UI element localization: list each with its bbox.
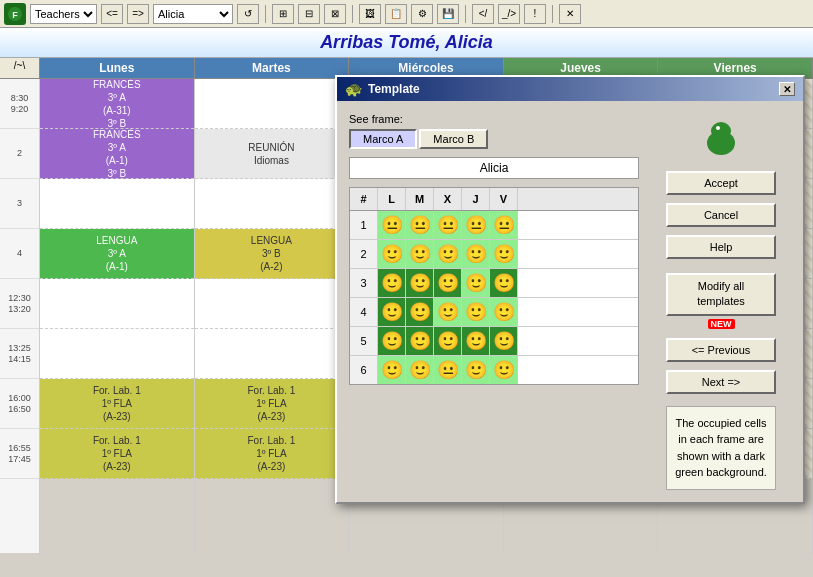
martes-slot-5	[195, 279, 349, 329]
grid-header-J: J	[462, 188, 490, 210]
category-select[interactable]: Teachers	[30, 4, 97, 24]
dialog-titlebar: 🐢 Template ✕	[337, 77, 803, 101]
slot-col-header: /~\	[0, 58, 40, 78]
lunes-slot-4[interactable]: LENGUA3º A(A-1)	[40, 229, 194, 279]
icon1-button[interactable]: 🖼	[359, 4, 381, 24]
dialog-icon	[696, 113, 746, 163]
dialog-right-panel: Accept Cancel Help Modify alltemplates N…	[651, 113, 791, 490]
lte-button[interactable]: <=	[101, 4, 123, 24]
grid-cell-5-L[interactable]: 🙂	[378, 327, 406, 355]
dialog-close-button[interactable]: ✕	[779, 82, 795, 96]
grid-header-hash: #	[350, 188, 378, 210]
lunes-slot-1[interactable]: FRANCÉS3º A(A-31)3º B	[40, 79, 194, 129]
lunes-slot-6	[40, 329, 194, 379]
grid-rownum-5: 5	[350, 327, 378, 355]
grid-row-5: 5 🙂 🙂 🙂 🙂 🙂	[350, 327, 638, 356]
person-select[interactable]: Alicia	[153, 4, 233, 24]
grid-cell-6-X[interactable]: 😐	[434, 356, 462, 384]
separator	[265, 5, 266, 23]
template-grid: # L M X J V 1 😐 😐 😐 😐 😐	[349, 187, 639, 385]
grid-cell-2-X[interactable]: 🙂	[434, 240, 462, 268]
grid-cell-4-V[interactable]: 🙂	[490, 298, 518, 326]
martes-slot-4[interactable]: LENGUA3º B(A-2)	[195, 229, 349, 279]
grid-cell-2-J[interactable]: 🙂	[462, 240, 490, 268]
info-box: The occupied cells in each frame are sho…	[666, 406, 776, 490]
grid-cell-1-J[interactable]: 😐	[462, 211, 490, 239]
code2-button[interactable]: _/>	[498, 4, 520, 24]
grid-cell-3-V[interactable]: 🙂	[490, 269, 518, 297]
grid-cell-1-X[interactable]: 😐	[434, 211, 462, 239]
martes-slot-6	[195, 329, 349, 379]
lunes-slot-7[interactable]: For. Lab. 11º FLA(A-23)	[40, 379, 194, 429]
grid-cell-5-V[interactable]: 🙂	[490, 327, 518, 355]
refresh-button[interactable]: ↺	[237, 4, 259, 24]
grid-cell-5-J[interactable]: 🙂	[462, 327, 490, 355]
time-1230: 12:3013:20	[0, 279, 39, 329]
grid-cell-3-M[interactable]: 🙂	[406, 269, 434, 297]
grid-header-X: X	[434, 188, 462, 210]
page-title: Arribas Tomé, Alicia	[320, 32, 493, 52]
dialog-left-panel: See frame: Marco A Marco B Alicia # L M …	[349, 113, 639, 490]
grid-row-3: 3 🙂 🙂 🙂 🙂 🙂	[350, 269, 638, 298]
grid-cell-4-J[interactable]: 🙂	[462, 298, 490, 326]
grid3-button[interactable]: ⊠	[324, 4, 346, 24]
martes-slot-8[interactable]: For. Lab. 11º FLA(A-23)	[195, 429, 349, 479]
grid-cell-1-V[interactable]: 😐	[490, 211, 518, 239]
grid2-button[interactable]: ⊟	[298, 4, 320, 24]
grid-cell-1-M[interactable]: 😐	[406, 211, 434, 239]
time-830: 8:309:20	[0, 79, 39, 129]
icon2-button[interactable]: 📋	[385, 4, 407, 24]
grid-cell-2-L[interactable]: 🙂	[378, 240, 406, 268]
icon3-button[interactable]: ⚙	[411, 4, 433, 24]
grid-cell-1-L[interactable]: 😐	[378, 211, 406, 239]
time-1655: 16:5517:45	[0, 429, 39, 479]
grid1-button[interactable]: ⊞	[272, 4, 294, 24]
martes-slot-7[interactable]: For. Lab. 11º FLA(A-23)	[195, 379, 349, 429]
time-1600: 16:0016:50	[0, 379, 39, 429]
code1-button[interactable]: </	[472, 4, 494, 24]
grid-cell-6-M[interactable]: 🙂	[406, 356, 434, 384]
icon4-button[interactable]: 💾	[437, 4, 459, 24]
cancel-button[interactable]: Cancel	[666, 203, 776, 227]
title-bar: Arribas Tomé, Alicia	[0, 28, 813, 58]
grid-cell-3-J[interactable]: 🙂	[462, 269, 490, 297]
grid-row-4: 4 🙂 🙂 🙂 🙂 🙂	[350, 298, 638, 327]
grid-cell-6-J[interactable]: 🙂	[462, 356, 490, 384]
grid-cell-6-V[interactable]: 🙂	[490, 356, 518, 384]
grid-cell-5-X[interactable]: 🙂	[434, 327, 462, 355]
accept-button[interactable]: Accept	[666, 171, 776, 195]
marco-b-button[interactable]: Marco B	[419, 129, 488, 149]
grid-cell-5-M[interactable]: 🙂	[406, 327, 434, 355]
grid-cell-2-M[interactable]: 🙂	[406, 240, 434, 268]
lunes-slot-2[interactable]: FRANCÉS3º A(A-1)3º B	[40, 129, 194, 179]
separator2	[352, 5, 353, 23]
time-2: 2	[0, 129, 39, 179]
excl-button[interactable]: !	[524, 4, 546, 24]
grid-cell-3-L[interactable]: 🙂	[378, 269, 406, 297]
frame-buttons: Marco A Marco B	[349, 129, 639, 149]
grid-cell-4-M[interactable]: 🙂	[406, 298, 434, 326]
grid-cell-3-X[interactable]: 🙂	[434, 269, 462, 297]
grid-rownum-1: 1	[350, 211, 378, 239]
grid-cell-2-V[interactable]: 🙂	[490, 240, 518, 268]
next-button[interactable]: Next =>	[666, 370, 776, 394]
new-badge: NEW	[708, 319, 735, 329]
martes-slot-2[interactable]: REUNIÓNIdiomas	[195, 129, 349, 179]
close-x-button[interactable]: ✕	[559, 4, 581, 24]
app-logo: F	[4, 3, 26, 25]
help-button[interactable]: Help	[666, 235, 776, 259]
grid-header-L: L	[378, 188, 406, 210]
gte-button[interactable]: =>	[127, 4, 149, 24]
grid-rownum-4: 4	[350, 298, 378, 326]
modify-templates-button[interactable]: Modify alltemplates	[666, 273, 776, 316]
previous-button[interactable]: <= Previous	[666, 338, 776, 362]
grid-cell-4-X[interactable]: 🙂	[434, 298, 462, 326]
marco-a-button[interactable]: Marco A	[349, 129, 417, 149]
modify-templates-container: Modify alltemplates NEW	[666, 273, 776, 330]
lunes-slot-8[interactable]: For. Lab. 11º FLA(A-23)	[40, 429, 194, 479]
grid-cell-6-L[interactable]: 🙂	[378, 356, 406, 384]
grid-header-V: V	[490, 188, 518, 210]
lunes-slot-3	[40, 179, 194, 229]
grid-cell-4-L[interactable]: 🙂	[378, 298, 406, 326]
grid-header-M: M	[406, 188, 434, 210]
